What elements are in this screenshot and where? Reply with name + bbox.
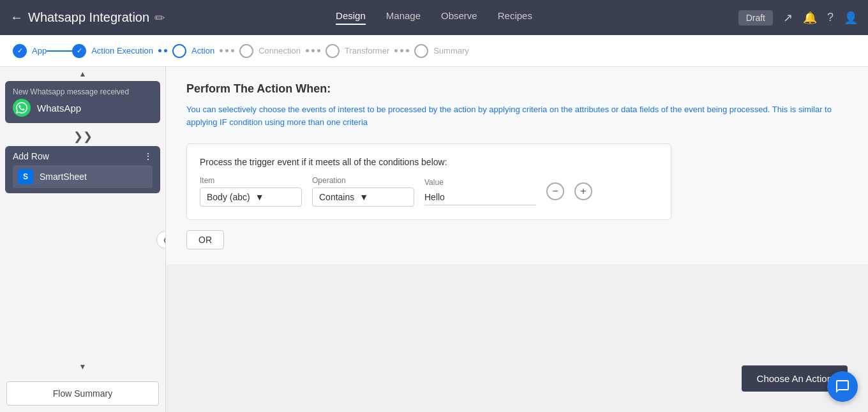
step-dot <box>158 49 161 52</box>
operation-select[interactable]: Contains ▼ <box>312 188 414 207</box>
add-row-menu-icon[interactable]: ⋮ <box>144 151 153 161</box>
main-nav: Design Manage Observe Recipes <box>336 10 532 25</box>
draft-badge: Draft <box>738 10 773 26</box>
step-summary[interactable]: Summary <box>414 44 469 58</box>
sidebar: ▲ New Whatsapp message received WhatsApp… <box>0 67 166 412</box>
nav-observe[interactable]: Observe <box>441 10 477 25</box>
step-connection-label: Connection <box>258 46 301 55</box>
nav-recipes[interactable]: Recipes <box>498 10 532 25</box>
back-button[interactable]: ← Whatsapp Integration ✏ <box>10 10 165 26</box>
step-transformer-circle <box>326 44 340 58</box>
trigger-subtitle: New Whatsapp message received <box>13 87 153 96</box>
step-dot <box>306 49 309 52</box>
step-line-1 <box>47 50 72 52</box>
value-input[interactable] <box>424 189 536 205</box>
step-connection[interactable]: Connection <box>239 44 301 58</box>
operation-label: Operation <box>312 176 414 185</box>
step-dot <box>400 49 403 52</box>
step-dot <box>220 49 223 52</box>
nav-manage[interactable]: Manage <box>386 10 421 25</box>
whatsapp-icon <box>13 99 31 117</box>
step-summary-label: Summary <box>433 46 469 55</box>
step-transformer-label: Transformer <box>345 46 389 55</box>
step-action[interactable]: Action <box>172 44 214 58</box>
step-app-label: App <box>32 46 47 55</box>
chat-button[interactable] <box>827 371 858 402</box>
smartsheet-icon: S <box>18 169 33 184</box>
step-action-circle <box>172 44 186 58</box>
main-area: ▲ New Whatsapp message received WhatsApp… <box>0 67 868 412</box>
step-app-circle: ✓ <box>13 44 27 58</box>
app-title: Whatsapp Integration <box>28 10 149 25</box>
operation-select-value: Contains <box>319 192 354 202</box>
value-label: Value <box>424 178 536 187</box>
item-select[interactable]: Body (abc) ▼ <box>200 188 302 207</box>
add-row-header: Add Row ⋮ <box>13 151 153 161</box>
header: ← Whatsapp Integration ✏ Design Manage O… <box>0 0 868 35</box>
help-icon[interactable]: ? <box>827 11 834 24</box>
step-action-label: Action <box>191 46 214 55</box>
operation-dropdown-icon: ▼ <box>359 192 368 202</box>
step-dots-4 <box>394 49 409 52</box>
content-area: Perform The Action When: You can selecti… <box>166 67 868 265</box>
scroll-down-icon[interactable]: ▼ <box>0 360 165 374</box>
user-icon[interactable]: 👤 <box>844 11 858 25</box>
bell-icon[interactable]: 🔔 <box>803 11 817 25</box>
item-select-value: Body (abc) <box>207 192 250 202</box>
step-action-execution-circle: ✓ <box>72 44 86 58</box>
step-dots-2 <box>220 49 234 52</box>
step-dots-1 <box>158 49 167 52</box>
step-dot <box>317 49 320 52</box>
item-dropdown-icon: ▼ <box>255 192 264 202</box>
step-connection-circle <box>239 44 253 58</box>
condition-intro: Process the trigger event if it meets al… <box>200 157 658 167</box>
value-col: Value <box>424 178 536 205</box>
item-label: Item <box>200 176 302 185</box>
condition-row: Item Body (abc) ▼ Operation Contains ▼ <box>200 176 658 207</box>
section-title: Perform The Action When: <box>186 82 848 96</box>
scroll-up-icon[interactable]: ▲ <box>0 67 165 81</box>
trigger-app: WhatsApp <box>13 99 153 117</box>
step-dot <box>394 49 398 52</box>
item-col: Item Body (abc) ▼ <box>200 176 302 207</box>
trigger-app-name: WhatsApp <box>37 103 81 114</box>
step-app[interactable]: ✓ App <box>13 44 47 58</box>
step-dot <box>311 49 315 52</box>
step-transformer[interactable]: Transformer <box>326 44 389 58</box>
sidebar-collapse-button[interactable]: ❬ <box>156 231 166 249</box>
step-dot <box>231 49 234 52</box>
add-row-title: Add Row <box>13 151 49 161</box>
add-condition-button[interactable]: + <box>574 182 592 200</box>
step-dot <box>225 49 228 52</box>
edit-icon[interactable]: ✏ <box>154 10 165 26</box>
header-right: Draft ↗ 🔔 ? 👤 <box>738 10 858 26</box>
operation-col: Operation Contains ▼ <box>312 176 414 207</box>
trigger-card[interactable]: New Whatsapp message received WhatsApp <box>5 81 160 123</box>
step-summary-circle <box>414 44 428 58</box>
external-link-icon[interactable]: ↗ <box>783 11 793 25</box>
flow-summary-button[interactable]: Flow Summary <box>6 381 159 406</box>
step-action-execution[interactable]: ✓ Action Execution <box>72 44 153 58</box>
nav-design[interactable]: Design <box>336 10 366 25</box>
condition-box: Process the trigger event if it meets al… <box>186 143 671 220</box>
section-description: You can selectively choose the events of… <box>186 103 848 128</box>
remove-condition-button[interactable]: − <box>546 182 564 200</box>
or-button[interactable]: OR <box>186 230 224 249</box>
add-row-app-name: SmartSheet <box>40 172 87 182</box>
step-bar: ✓ App ✓ Action Execution Action Connecti… <box>0 35 868 67</box>
step-dot <box>164 49 167 52</box>
add-row-card[interactable]: Add Row ⋮ S SmartSheet <box>5 146 160 193</box>
content-wrapper: Perform The Action When: You can selecti… <box>166 67 868 412</box>
add-row-app: S SmartSheet <box>13 165 153 188</box>
step-dots-3 <box>306 49 320 52</box>
back-arrow-icon: ← <box>10 10 23 25</box>
step-action-execution-label: Action Execution <box>91 46 153 55</box>
flow-arrow-icon: ❯❯ <box>0 127 165 146</box>
step-dot <box>406 49 409 52</box>
